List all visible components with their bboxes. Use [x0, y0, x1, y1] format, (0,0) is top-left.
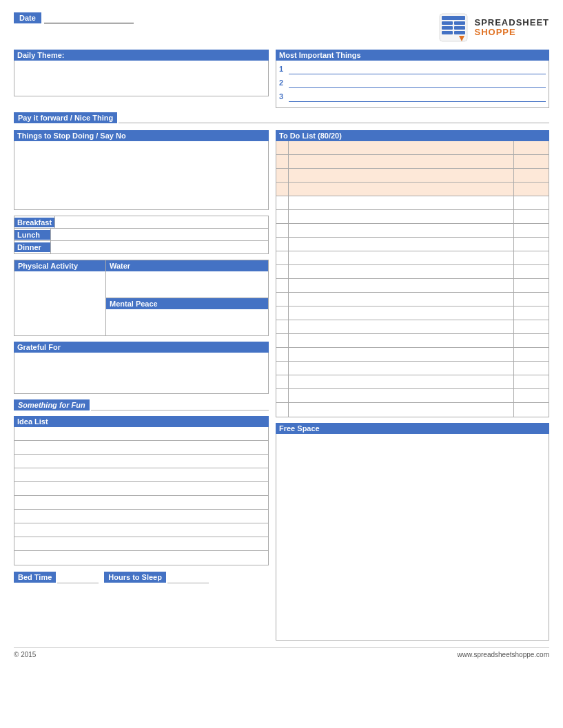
todo-row-o2[interactable]: [276, 155, 549, 169]
date-input[interactable]: [44, 12, 134, 23]
todo-row-2[interactable]: [276, 210, 549, 224]
svg-rect-1: [442, 16, 465, 20]
hours-to-sleep-input[interactable]: [167, 571, 209, 583]
svg-rect-5: [454, 26, 465, 30]
todo-row-6[interactable]: [276, 265, 549, 279]
pay-forward-input[interactable]: [119, 112, 549, 123]
idea-row-3[interactable]: [14, 455, 268, 468]
todo-tag-o2[interactable]: [514, 155, 549, 168]
todo-text-o2[interactable]: [289, 155, 514, 168]
idea-row-10[interactable]: [14, 551, 268, 565]
mit-row-1: 1: [279, 63, 546, 74]
logo-top: SPREADSHEET: [474, 18, 549, 28]
todo-text-o1[interactable]: [289, 141, 514, 154]
todo-check-o4[interactable]: [276, 183, 289, 196]
todo-text-o3[interactable]: [289, 169, 514, 182]
dinner-input[interactable]: [50, 241, 268, 253]
breakfast-row: Breakfast: [14, 216, 268, 229]
date-label: Date: [14, 12, 41, 23]
water-section: Water: [106, 260, 269, 298]
pay-forward-row: Pay it forward / Nice Thing: [14, 112, 549, 123]
mit-input-1[interactable]: [289, 63, 546, 74]
todo-text-o4[interactable]: [289, 183, 514, 196]
dinner-label: Dinner: [14, 242, 50, 252]
todo-section: To Do List (80/20): [276, 130, 549, 417]
todo-row-5[interactable]: [276, 251, 549, 265]
todo-row-16[interactable]: [276, 403, 549, 417]
free-space-header: Free Space: [276, 423, 549, 434]
fun-row: Something for Fun: [14, 399, 269, 410]
water-body[interactable]: [106, 271, 268, 298]
todo-row-8[interactable]: [276, 293, 549, 306]
todo-row-3[interactable]: [276, 224, 549, 238]
daily-theme-body[interactable]: [14, 61, 269, 96]
stop-doing-body[interactable]: [14, 141, 269, 210]
grateful-body[interactable]: [14, 353, 269, 394]
breakfast-input[interactable]: [54, 216, 268, 228]
fun-label: Something for Fun: [14, 399, 90, 410]
todo-row-1[interactable]: [276, 196, 549, 210]
idea-row-8[interactable]: [14, 523, 268, 537]
meals-wrapper: Breakfast Lunch Dinner: [14, 216, 269, 254]
todo-row-4[interactable]: [276, 238, 549, 251]
todo-tag-o3[interactable]: [514, 169, 549, 182]
lunch-row: Lunch: [14, 229, 268, 241]
todo-row-o3[interactable]: [276, 169, 549, 183]
todo-row-10[interactable]: [276, 320, 549, 334]
mental-section: Mental Peace: [106, 298, 269, 336]
idea-row-1[interactable]: [14, 427, 268, 441]
mit-input-3[interactable]: [289, 91, 546, 102]
dinner-row: Dinner: [14, 241, 268, 253]
todo-row-o4[interactable]: [276, 183, 549, 196]
logo-section: SPREADSHEET SHOPPE: [438, 12, 549, 43]
idea-row-4[interactable]: [14, 468, 268, 482]
todo-row-14[interactable]: [276, 375, 549, 389]
most-important-section: Most Important Things 1 2 3: [276, 50, 549, 108]
todo-row-13[interactable]: [276, 362, 549, 375]
lunch-input[interactable]: [50, 229, 268, 240]
svg-rect-2: [442, 21, 453, 25]
idea-row-7[interactable]: [14, 510, 268, 523]
daily-theme-section: Daily Theme:: [14, 50, 269, 108]
todo-row-12[interactable]: [276, 348, 549, 362]
todo-check-o2[interactable]: [276, 155, 289, 168]
todo-row-o1[interactable]: [276, 141, 549, 155]
fun-input[interactable]: [91, 399, 269, 410]
breakfast-label: Breakfast: [14, 218, 54, 227]
hours-to-sleep-label: Hours to Sleep: [104, 572, 166, 583]
logo-text: SPREADSHEET SHOPPE: [474, 18, 549, 38]
phys-water-section: Physical Activity Water Mental Peace: [14, 260, 269, 336]
footer: © 2015 www.spreadsheetshoppe.com: [14, 647, 549, 658]
idea-list-body: [14, 427, 269, 565]
pay-forward-label: Pay it forward / Nice Thing: [14, 112, 117, 123]
date-section: Date: [14, 12, 134, 23]
idea-row-9[interactable]: [14, 537, 268, 551]
idea-row-5[interactable]: [14, 482, 268, 496]
logo-bottom: SHOPPE: [474, 28, 549, 37]
mit-row-3: 3: [279, 91, 546, 102]
physical-body[interactable]: [14, 271, 105, 326]
stop-doing-section: Things to Stop Doing / Say No: [14, 130, 269, 210]
todo-tag-o4[interactable]: [514, 183, 549, 196]
todo-check-o1[interactable]: [276, 141, 289, 154]
idea-row-6[interactable]: [14, 496, 268, 510]
bed-time-input[interactable]: [57, 571, 99, 583]
mit-input-2[interactable]: [289, 77, 546, 88]
mit-num-3: 3: [279, 92, 289, 101]
grateful-header: Grateful For: [14, 342, 269, 353]
free-space-body[interactable]: [276, 434, 549, 641]
todo-tag-o1[interactable]: [514, 141, 549, 154]
todo-row-9[interactable]: [276, 306, 549, 320]
todo-row-7[interactable]: [276, 279, 549, 293]
water-header: Water: [106, 260, 268, 271]
left-column: Things to Stop Doing / Say No Breakfast …: [14, 130, 269, 583]
grateful-section: Grateful For: [14, 342, 269, 394]
meals-section: Breakfast Lunch Dinner: [14, 216, 269, 254]
todo-row-15[interactable]: [276, 389, 549, 403]
mental-body[interactable]: [106, 309, 268, 335]
todo-body: [276, 141, 549, 417]
header: Date SPREADSHEET SHOPPE: [14, 12, 549, 43]
todo-row-11[interactable]: [276, 334, 549, 348]
idea-row-2[interactable]: [14, 441, 268, 455]
todo-check-o3[interactable]: [276, 169, 289, 182]
